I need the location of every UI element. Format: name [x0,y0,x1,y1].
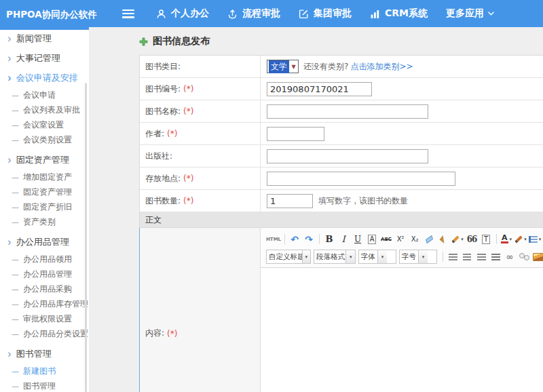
strikethrough-button[interactable]: ABC [379,233,393,246]
subscript-button[interactable]: X₂ [408,233,422,246]
field-cell: 填写数字，该图书的数量 [261,190,543,212]
superscript-button[interactable]: X² [394,233,407,246]
sidebar-item-asset-category[interactable]: — 资产类别 [0,214,89,229]
quantity-hint: 填写数字，该图书的数量 [318,195,408,207]
chevron-right-icon: › [7,235,12,248]
required-mark: (*) [167,129,177,138]
location-input[interactable] [267,172,455,186]
sidebar-item-meeting-request[interactable]: › 会议申请及安排 [0,68,89,87]
sidebar-item-asset-add[interactable]: — 增加固定资产 [0,170,89,184]
sidebar-item-book-new[interactable]: — 新建图书 [0,364,89,378]
bold-button[interactable]: B [322,233,336,246]
nav-personal-office[interactable]: 个人办公 [156,7,209,20]
nav-group-approval[interactable]: 集团审批 [299,7,352,20]
nav-more-apps[interactable]: 更多应用 [446,7,499,20]
sidebar-item-label: 固定资产管理 [23,187,72,198]
align-left-button[interactable] [446,250,460,264]
scrawl-button[interactable]: ▾ [451,233,464,246]
sidebar-scrollbar[interactable] [85,83,87,392]
publisher-input[interactable] [267,149,428,163]
sidebar-item-asset-depreciation[interactable]: — 固定资产折旧 [0,199,89,214]
add-category-link[interactable]: 点击添加类别>> [350,61,413,73]
eraser-button[interactable] [422,233,436,246]
dash-icon: — [12,315,19,324]
field-cell [261,100,543,122]
sidebar-item-supplies-inventory[interactable]: — 办公用品库存管理 [0,296,89,311]
category-selected-value: 文学 [269,60,289,73]
sidebar-item-meeting-apply[interactable]: — 会议申请 [0,87,89,102]
custom-title-dropdown[interactable]: 自定义标题 ▾ [266,250,311,264]
highlight-color-button[interactable]: ▾ [514,233,527,246]
ordered-list-button[interactable]: ▾ [528,233,542,246]
align-center-button[interactable] [460,250,474,264]
field-cell: 文学 ▼ 还没有类别? 点击添加类别>> [261,56,543,77]
dash-icon: — [12,136,19,144]
sidebar-item-news-mgmt[interactable]: › 新闻管理 [0,28,89,48]
undo-button[interactable]: ↶ [288,233,301,246]
chevron-right-icon: › [7,52,12,64]
font-family-dropdown[interactable]: 字体 ▾ [358,250,396,264]
sidebar-item-label: 资产类别 [23,216,56,228]
source-code-button[interactable]: HTML [266,233,281,246]
sidebar-item-approval-permission[interactable]: — 审批权限设置 [0,311,89,326]
dash-icon: — [12,255,19,264]
dash-icon: — [12,121,19,130]
format-brush-button[interactable] [436,233,450,246]
flow-upload-icon [227,9,238,19]
editor-content-area[interactable] [261,268,543,392]
dash-icon: — [12,330,19,338]
book-no-input[interactable] [267,82,372,96]
sidebar-item-asset-manage[interactable]: — 固定资产管理 [0,184,89,199]
font-border-button[interactable]: A [365,233,379,246]
font-color-glyph: A [501,235,508,243]
sidebar-item-label: 办公用品管理 [16,236,69,248]
nav-crm-system[interactable]: CRM系统 [370,7,428,20]
italic-button[interactable]: I [337,233,350,246]
align-right-button[interactable] [474,250,488,264]
align-justify-button[interactable] [489,250,502,264]
insert-link-button[interactable]: ∞ [503,250,517,264]
form-row-location: 存放地点: (*) [139,168,543,190]
nav-label: 更多应用 [446,7,484,20]
sidebar-item-supplies-purchase[interactable]: — 办公用品采购 [0,281,89,296]
sidebar-item-memorabilia-mgmt[interactable]: › 大事记管理 [0,48,89,68]
quantity-input[interactable] [267,194,313,208]
quantity-label: 图书数量: [145,195,181,207]
sidebar-item-label: 会议室设置 [23,119,64,131]
author-input[interactable] [267,127,324,141]
sidebar-item-asset-mgmt[interactable]: › 固定资产管理 [0,150,89,170]
sidebar-item-supplies-manage[interactable]: — 办公用品管理 [0,267,89,281]
sidebar-item-label: 固定资产管理 [16,154,69,166]
sidebar-item-meeting-category[interactable]: — 会议类别设置 [0,132,89,147]
nav-label: 流程审批 [242,7,280,20]
top-navbar: PHPOA协同办公软件 个人办公 流程审批 集团审批 [0,0,543,27]
category-select[interactable]: 文学 ▼ [267,60,299,73]
sidebar-item-supplies-claim[interactable]: — 办公用品领用 [0,252,89,267]
font-family-value: 字体 [359,250,377,263]
blockquote-button[interactable]: 66 [465,233,479,246]
nav-workflow-approval[interactable]: 流程审批 [227,7,280,20]
sidebar-item-supplies-category[interactable]: — 办公用品分类设置 [0,326,89,341]
font-color-button[interactable]: A ▾ [500,233,513,246]
category-label: 图书类目: [145,61,181,73]
paragraph-format-dropdown[interactable]: 段落格式 ▾ [314,250,356,264]
insert-image-button[interactable] [531,250,543,264]
publisher-label: 出版社: [145,151,172,162]
sidebar-item-book-manage[interactable]: — 图书管理 [0,378,89,392]
sidebar-item-meeting-list[interactable]: — 会议列表及审批 [0,102,89,117]
caret-down-icon: ▾ [524,237,527,242]
unlink-button[interactable] [517,250,531,264]
menu-toggle-icon[interactable] [122,9,134,18]
underline-button[interactable]: U [351,233,364,246]
sidebar-item-supplies-mgmt[interactable]: › 办公用品管理 [0,232,89,252]
sidebar-item-label: 会议申请及安排 [16,72,78,84]
sidebar-item-book-mgmt[interactable]: › 图书管理 [0,344,89,364]
form-row-publisher: 出版社: [139,145,543,168]
add-plus-icon [139,37,148,46]
paste-text-glyph: T [482,235,490,244]
redo-button[interactable]: ↷ [302,233,316,246]
book-name-input[interactable] [267,104,428,119]
paste-text-button[interactable]: T [479,233,493,246]
font-size-dropdown[interactable]: 字号 ▾ [399,250,437,264]
sidebar-item-meeting-room[interactable]: — 会议室设置 [0,117,89,132]
